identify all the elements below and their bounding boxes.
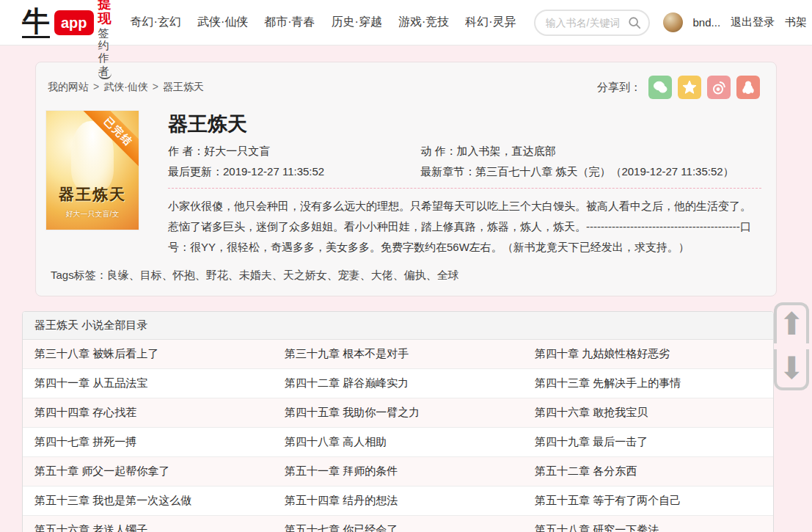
latest-label: 最新章节： [420, 165, 475, 178]
chapter-grid: 第三十八章 被蛛后看上了第三十九章 根本不是对手第四十章 九姑娘性格好恶劣第四十… [23, 340, 773, 532]
breadcrumb-item-1[interactable]: 武侠·仙侠 [103, 81, 148, 92]
user-bar: bnd... 退出登录 书架 手机版 APP [663, 12, 812, 32]
add-to-shelf-link[interactable]: 加入书架 [456, 145, 500, 157]
logo-slogan: 充值提现 签约作者 [98, 0, 111, 79]
share-qq-icon[interactable] [736, 76, 760, 99]
logo-slogan-line2: 签约作者 [98, 26, 111, 79]
chapter-cell: 第五十章 师父一起帮你拿了 [23, 457, 273, 487]
tag-link-4[interactable]: 未婚夫 [239, 269, 272, 281]
updated-label: 最后更新： [168, 165, 223, 178]
chapter-link-11[interactable]: 第四十九章 最后一击了 [535, 435, 648, 448]
chapter-link-1[interactable]: 第三十九章 根本不是对手 [285, 347, 409, 360]
chapter-link-3[interactable]: 第四十一章 从五品法宝 [34, 376, 147, 389]
logout-link[interactable]: 退出登录 [731, 15, 775, 29]
chapter-link-12[interactable]: 第五十章 师父一起帮你拿了 [34, 464, 169, 477]
chapter-link-13[interactable]: 第五十一章 拜师的条件 [285, 464, 398, 477]
top-header: 牛 app 充值提现 签约作者 奇幻·玄幻武侠·仙侠都市·青春历史·穿越游戏·竞… [0, 0, 812, 45]
chapter-cell: 第三十九章 根本不是对手 [273, 340, 523, 369]
chapter-link-20[interactable]: 第五十八章 研究一下拳法 [535, 523, 659, 532]
tag-link-7[interactable]: 大佬 [371, 269, 393, 281]
updated-row: 最后更新：2019-12-27 11:35:52 [168, 165, 420, 179]
chapter-cell: 第五十八章 研究一下拳法 [523, 516, 773, 532]
author-name[interactable]: 好大一只文盲 [204, 145, 270, 157]
latest-time: （2019-12-27 11:35:52） [610, 165, 734, 178]
tag-link-5[interactable]: 天之娇女 [283, 269, 327, 281]
chapter-link-15[interactable]: 第五十三章 我也是第一次这么做 [34, 494, 191, 506]
chapter-link-5[interactable]: 第四十三章 先解决手上的事情 [535, 376, 681, 389]
chapter-cell: 第五十五章 等于有了两个自己 [523, 487, 773, 516]
chapter-cell: 第四十四章 存心找茬 [23, 398, 273, 428]
tag-link-1[interactable]: 目标 [140, 269, 162, 281]
bookshelf-link[interactable]: 书架 [785, 15, 807, 29]
jump-to-bottom-link[interactable]: 直达底部 [511, 145, 555, 157]
chapter-link-9[interactable]: 第四十七章 拼死一搏 [34, 435, 136, 448]
scroll-pager: ⬆ ⬇ [774, 302, 809, 390]
breadcrumb-item-0[interactable]: 我的网站 [48, 81, 89, 92]
cover-author: 好大一只文盲/文 [46, 209, 139, 219]
book-description: 小家伙很傻，他只会种田，没有多么远大的理想。只希望每天可以吃上三个大白馒头。被高… [168, 196, 761, 257]
nav-item-3[interactable]: 历史·穿越 [332, 15, 382, 30]
search-input[interactable] [546, 17, 628, 29]
chapter-cell: 第四十六章 敢抢我宝贝 [523, 398, 773, 428]
chapter-cell: 第四十二章 辟谷巅峰实力 [273, 369, 523, 398]
tags-row: Tags标签：良缘、目标、怀抱、野花、未婚夫、天之娇女、宠妻、大佬、偏执、全球 [51, 269, 763, 283]
chapter-link-18[interactable]: 第五十六章 老送人镯子 [34, 523, 147, 532]
share-label: 分享到： [597, 81, 641, 95]
tags-label: Tags标签： [51, 269, 107, 281]
breadcrumb: 我的网站>武侠·仙侠>器王炼天 [48, 81, 204, 94]
tag-link-2[interactable]: 怀抱 [173, 269, 195, 281]
chapter-link-6[interactable]: 第四十四章 存心找茬 [34, 406, 136, 418]
chapter-cell: 第四十八章 高人相助 [273, 428, 523, 457]
chapter-link-16[interactable]: 第五十四章 结丹的想法 [285, 494, 398, 506]
nav-item-2[interactable]: 都市·青春 [264, 15, 315, 30]
nav-item-5[interactable]: 科幻·灵异 [465, 15, 516, 30]
nav-item-0[interactable]: 奇幻·玄幻 [131, 15, 181, 30]
chapter-cell: 第五十六章 老送人镯子 [23, 516, 273, 532]
chapter-link-10[interactable]: 第四十八章 高人相助 [285, 435, 387, 448]
nav-item-4[interactable]: 游戏·竞技 [398, 15, 449, 30]
tag-link-3[interactable]: 野花 [206, 269, 228, 281]
nav-item-1[interactable]: 武侠·仙侠 [197, 15, 248, 30]
cover-title: 器王炼天 [46, 184, 139, 205]
tag-link-6[interactable]: 宠妻 [338, 269, 360, 281]
tag-link-8[interactable]: 偏执 [404, 269, 426, 281]
breadcrumb-item-2: 器王炼天 [163, 81, 204, 92]
search-box[interactable] [534, 10, 650, 36]
chapter-link-7[interactable]: 第四十五章 我助你一臂之力 [285, 406, 420, 418]
action-label: 动 作： [420, 145, 456, 157]
search-icon[interactable] [628, 16, 641, 29]
chapter-cell: 第三十八章 被蛛后看上了 [23, 340, 273, 369]
chapter-link-17[interactable]: 第五十五章 等于有了两个自己 [535, 494, 681, 506]
logo-app-badge: app [54, 10, 94, 35]
user-avatar[interactable] [663, 12, 683, 32]
scroll-to-bottom-icon[interactable]: ⬇ [774, 349, 809, 390]
chapter-link-0[interactable]: 第三十八章 被蛛后看上了 [34, 347, 158, 360]
chapter-cell: 第四十三章 先解决手上的事情 [523, 369, 773, 398]
book-cover[interactable]: 器王炼天 好大一只文盲/文 已完结 [46, 111, 139, 230]
share-qzone-icon[interactable] [678, 76, 701, 99]
updated-time: 2019-12-27 11:35:52 [223, 165, 324, 178]
chapter-link-14[interactable]: 第五十二章 各分东西 [535, 464, 637, 477]
action-row: 动 作：加入书架，直达底部 [420, 145, 761, 158]
breadcrumb-separator: > [93, 81, 99, 92]
chapter-link-4[interactable]: 第四十二章 辟谷巅峰实力 [285, 376, 409, 389]
chapter-list-card: 器王炼天 小说全部目录 第三十八章 被蛛后看上了第三十九章 根本不是对手第四十章… [22, 311, 774, 532]
tag-link-9[interactable]: 全球 [437, 269, 459, 281]
scroll-to-top-icon[interactable]: ⬆ [774, 302, 809, 343]
chapter-cell: 第五十四章 结丹的想法 [273, 487, 523, 516]
chapter-cell: 第四十一章 从五品法宝 [23, 369, 273, 398]
latest-chapter-link[interactable]: 第三百七十八章 炼天（完） [475, 165, 610, 178]
share-weibo-icon[interactable] [707, 76, 731, 99]
chapter-link-2[interactable]: 第四十章 九姑娘性格好恶劣 [535, 347, 670, 360]
chapter-link-8[interactable]: 第四十六章 敢抢我宝贝 [535, 406, 648, 418]
username[interactable]: bnd... [693, 16, 721, 29]
chapter-cell: 第五十一章 拜师的条件 [273, 457, 523, 487]
site-logo[interactable]: 牛 app 充值提现 签约作者 [22, 0, 111, 79]
latest-row: 最新章节：第三百七十八章 炼天（完）（2019-12-27 11:35:52） [420, 165, 761, 179]
share-wechat-icon[interactable] [648, 76, 672, 99]
book-meta: 作 者：好大一只文盲 动 作：加入书架，直达底部 最后更新：2019-12-27… [168, 145, 761, 189]
chapter-link-19[interactable]: 第五十七章 你已经会了 [285, 523, 398, 532]
tag-link-0[interactable]: 良缘 [107, 269, 129, 281]
book-detail-card: 我的网站>武侠·仙侠>器王炼天 分享到： 器王炼天 好大一只文盲/文 已完结 器… [35, 62, 777, 296]
chapter-cell: 第五十七章 你已经会了 [273, 516, 523, 532]
